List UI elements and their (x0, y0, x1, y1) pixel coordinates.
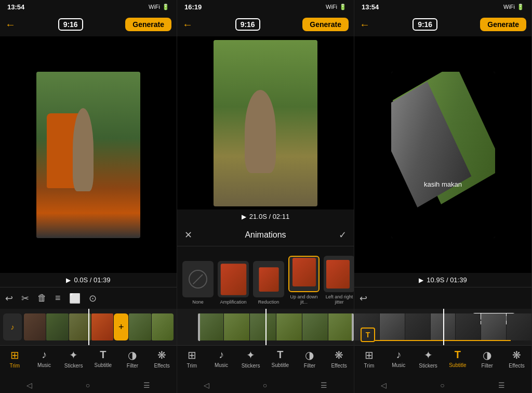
subtitle-marker[interactable]: T (361, 328, 375, 342)
nav-music-3[interactable]: ♪ Music (387, 349, 410, 373)
recents-sys-3[interactable]: ☰ (498, 381, 505, 389)
nav-subtitle-1[interactable]: T Subtitle (91, 349, 114, 373)
ts-frame (405, 313, 430, 340)
nav-effects-3[interactable]: ❋ Effects (506, 349, 528, 373)
anim-thumb-leftright (324, 256, 354, 292)
home-sys-3[interactable]: ○ (440, 381, 444, 389)
battery-icon-2: 🔋 (339, 4, 347, 10)
anim-label-none: None (192, 299, 204, 305)
strip-frame (129, 313, 151, 340)
recents-sys-1[interactable]: ☰ (143, 381, 150, 389)
music-label-2: Music (215, 362, 228, 368)
time-indicator-3: ▶ 10.9S / 01:39 (354, 273, 531, 287)
anim-thumb-reduction (253, 261, 284, 297)
nav-music-1[interactable]: ♪ Music (33, 349, 56, 373)
effects-icon-3: ❋ (512, 349, 521, 361)
video-strip-1[interactable]: + (24, 313, 174, 340)
back-sys-1[interactable]: ◁ (26, 381, 32, 389)
nav-subtitle-3[interactable]: T Subtitle (446, 349, 469, 373)
back-sys-3[interactable]: ◁ (381, 381, 387, 389)
anim-label-leftright: Left and right jitter (324, 294, 354, 305)
anim-preview (220, 264, 246, 295)
play-icon-3: ▶ (419, 277, 423, 284)
back-button-3[interactable]: ← (360, 19, 370, 31)
panel-1: 13:54 WiFi 🔋 ← 9:16 Generate ▶ 0.0S / 01… (0, 0, 177, 393)
stickers-icon-2: ✦ (246, 349, 255, 361)
animations-header: ✕ Animations ✓ (177, 224, 354, 246)
subtitle-icon: T (100, 349, 106, 361)
nav-trim-2[interactable]: ⊞ Trim (180, 349, 203, 373)
filter-label: Filter (127, 363, 138, 369)
recents-sys-2[interactable]: ☰ (321, 381, 327, 389)
back-button-1[interactable]: ← (5, 19, 16, 31)
trim-handle-right[interactable] (352, 313, 354, 341)
p2-frame (276, 313, 302, 340)
check-icon[interactable]: ⊙ (89, 293, 97, 304)
delete-icon[interactable]: 🗑 (37, 293, 47, 304)
subtitle-label-3: Subtitle (449, 362, 466, 368)
cut-icon[interactable]: ✂ (21, 293, 29, 304)
generate-button-1[interactable]: Generate (125, 18, 171, 31)
effects-icon-2: ❋ (335, 349, 343, 361)
nav-stickers-2[interactable]: ✦ Stickers (240, 349, 262, 373)
battery-icon-3: 🔋 (517, 4, 524, 10)
audio-track-1: ♪ (3, 313, 22, 340)
back-button-2[interactable]: ← (182, 19, 193, 31)
anim-label-updown: Up and down jit... (288, 294, 320, 305)
nav-effects-1[interactable]: ❋ Effects (151, 349, 174, 373)
bottom-nav-3: ⊞ Trim ♪ Music ✦ Stickers T Subtitle ◑ F… (354, 345, 531, 377)
nav-stickers-1[interactable]: ✦ Stickers (62, 349, 85, 373)
anim-updown[interactable]: Up and down jit... (288, 256, 320, 305)
animations-confirm[interactable]: ✓ (339, 229, 347, 241)
nav-filter-1[interactable]: ◑ Filter (121, 349, 144, 373)
home-sys-1[interactable]: ○ (86, 381, 90, 389)
nav-stickers-3[interactable]: ✦ Stickers (417, 349, 440, 373)
strip-frame (46, 313, 68, 340)
toolbar-1: ↩ ✂ 🗑 ≡ ⬜ ⊙ (0, 287, 177, 309)
wifi-icon-2: WiFi (326, 4, 337, 10)
nav-trim-1[interactable]: ⊞ Trim (3, 349, 26, 373)
adjust-icon[interactable]: ≡ (55, 293, 61, 304)
add-clip-button[interactable]: + (114, 313, 128, 340)
status-icons-2: WiFi 🔋 (326, 4, 347, 10)
anim-label-reduction: Reduction (258, 299, 280, 305)
trim-icon: ⊞ (10, 349, 19, 361)
p2-video-strip (198, 313, 354, 340)
filter-label-2: Filter (304, 363, 315, 369)
nav-filter-3[interactable]: ◑ Filter (476, 349, 499, 373)
crop-icon[interactable]: ⬜ (69, 293, 81, 304)
anim-none[interactable]: None (182, 261, 214, 305)
playhead-2 (265, 309, 267, 345)
trim-handle-left[interactable] (198, 313, 200, 341)
timeline-3[interactable]: Add Subtitle T (354, 309, 531, 345)
back-sys-2[interactable]: ◁ (204, 381, 209, 389)
system-bar-2: ◁ ○ ☰ (177, 377, 354, 393)
home-sys-2[interactable]: ○ (263, 381, 267, 389)
playhead-1 (88, 309, 89, 345)
anim-leftright[interactable]: Left and right jitter (324, 256, 354, 305)
stickers-label-2: Stickers (242, 363, 260, 369)
animations-close[interactable]: ✕ (184, 229, 192, 241)
ratio-badge-1: 9:16 (58, 18, 83, 31)
anim-amplification[interactable]: Amplification (218, 261, 249, 305)
nav-music-2[interactable]: ♪ Music (210, 349, 233, 373)
generate-button-2[interactable]: Generate (302, 18, 349, 31)
undo-icon[interactable]: ↩ (5, 293, 13, 304)
nav-subtitle-2[interactable]: T Subtitle (269, 349, 291, 373)
undo-icon-3[interactable]: ↩ (360, 293, 367, 304)
strip-frame (69, 313, 91, 340)
timeline-1[interactable]: ♪ + (0, 309, 177, 345)
trim-label-2: Trim (187, 363, 197, 369)
ratio-badge-2: 9:16 (235, 18, 260, 31)
effects-label-2: Effects (331, 363, 347, 369)
nav-effects-2[interactable]: ❋ Effects (328, 349, 351, 373)
generate-button-3[interactable]: Generate (480, 18, 526, 31)
stickers-label-3: Stickers (419, 363, 437, 369)
nav-filter-2[interactable]: ◑ Filter (298, 349, 321, 373)
nav-trim-3[interactable]: ⊞ Trim (357, 349, 380, 373)
battery-icon: 🔋 (162, 4, 169, 10)
anim-reduction[interactable]: Reduction (253, 261, 284, 305)
ts-frame (456, 313, 481, 340)
timeline-2[interactable] (177, 309, 354, 345)
filter-icon: ◑ (128, 349, 137, 361)
